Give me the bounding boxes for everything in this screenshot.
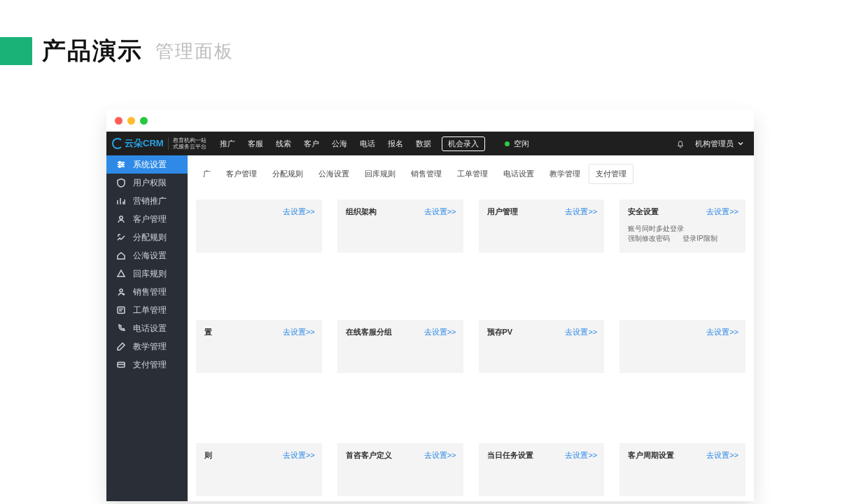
app-header: 云朵CRM 教育机构一站式服务云平台 推广 客服 线索 客户 公海 电话 报名 …: [106, 132, 754, 155]
sidebar-item[interactable]: 支付管理: [106, 356, 188, 374]
sidebar: 系统设置用户权限营销推广客户管理分配规则公海设置回库规则销售管理工单管理电话设置…: [106, 155, 188, 501]
phone-icon: [116, 323, 126, 333]
sidebar-item[interactable]: 分配规则: [106, 228, 188, 246]
tab[interactable]: 电话设置: [496, 164, 541, 184]
nav-item[interactable]: 客户: [298, 139, 326, 149]
settings-card: 预存PV去设置>>: [479, 320, 605, 373]
sidebar-item-label: 教学管理: [133, 341, 167, 353]
sidebar-item-label: 公海设置: [133, 250, 167, 262]
go-settings-link[interactable]: 去设置>>: [706, 450, 738, 461]
go-settings-link[interactable]: 去设置>>: [706, 327, 738, 337]
page-title-row: 产品演示 管理面板: [0, 34, 234, 69]
tab[interactable]: 教学管理: [542, 164, 587, 184]
window-chrome: [106, 109, 754, 132]
tab[interactable]: 客户管理: [219, 164, 264, 184]
go-settings-link[interactable]: 去设置>>: [424, 206, 456, 217]
sidebar-item-label: 用户权限: [133, 177, 167, 189]
brand-logo[interactable]: 云朵CRM 教育机构一站式服务云平台: [106, 137, 214, 150]
page-title: 产品演示: [42, 35, 143, 67]
sidebar-item[interactable]: 销售管理: [106, 283, 188, 301]
sidebar-item[interactable]: 电话设置: [106, 319, 188, 337]
sidebar-item[interactable]: 客户管理: [106, 210, 188, 228]
sidebar-item[interactable]: 系统设置: [106, 155, 188, 174]
sidebar-item[interactable]: 用户权限: [106, 174, 188, 192]
shield-icon: [116, 178, 126, 188]
chevron-down-icon: [737, 140, 744, 147]
card-sub-items: 账号同时多处登录强制修改密码登录IP限制: [628, 224, 737, 244]
go-settings-link[interactable]: 去设置>>: [424, 450, 456, 461]
tab[interactable]: 工单管理: [450, 164, 495, 184]
go-settings-link[interactable]: 去设置>>: [283, 206, 315, 217]
card-sub-item: 强制修改密码: [628, 234, 670, 244]
nav-item[interactable]: 线索: [270, 139, 298, 149]
pen-icon: [116, 342, 126, 351]
brand-tagline: 教育机构一站式服务云平台: [168, 137, 206, 150]
settings-icon: [116, 160, 126, 169]
tab[interactable]: 支付管理: [589, 164, 634, 184]
close-icon[interactable]: [115, 117, 122, 125]
accent-bar: [0, 37, 32, 65]
sidebar-item[interactable]: 回库规则: [106, 265, 188, 283]
status-dot-icon: [505, 141, 510, 146]
go-settings-link[interactable]: 去设置>>: [565, 327, 597, 337]
nav-item[interactable]: 数据: [410, 139, 438, 149]
settings-card: 在线客服分组去设置>>: [337, 320, 463, 373]
main-panel: 广客户管理分配规则公海设置回库规则销售管理工单管理电话设置教学管理支付管理 去设…: [188, 155, 754, 501]
tab[interactable]: 回库规则: [358, 164, 402, 184]
sidebar-item-label: 支付管理: [133, 359, 167, 371]
sidebar-item[interactable]: 工单管理: [106, 301, 188, 319]
sidebar-item[interactable]: 教学管理: [106, 337, 188, 356]
card-sub-item: 账号同时多处登录: [628, 224, 684, 234]
minimize-icon[interactable]: [127, 117, 135, 125]
status-indicator[interactable]: 空闲: [505, 139, 529, 149]
nav-item[interactable]: 客服: [241, 139, 270, 149]
status-label: 空闲: [514, 139, 529, 149]
tab[interactable]: 公海设置: [312, 164, 356, 184]
settings-card: 则去设置>>: [196, 443, 322, 496]
settings-card: 置去设置>>: [196, 320, 322, 373]
tab[interactable]: 销售管理: [404, 164, 449, 184]
sidebar-item-label: 回库规则: [133, 268, 167, 280]
sidebar-item[interactable]: 营销推广: [106, 192, 188, 210]
sidebar-item-label: 销售管理: [133, 286, 167, 298]
card-icon: [116, 360, 126, 370]
maximize-icon[interactable]: [140, 117, 148, 125]
bell-icon[interactable]: [676, 138, 685, 149]
sales-icon: [116, 287, 126, 297]
nav-item[interactable]: 电话: [354, 139, 382, 149]
user-menu[interactable]: 机构管理员: [695, 139, 744, 149]
settings-card: 组织架构去设置>>: [337, 200, 463, 253]
tab[interactable]: 分配规则: [265, 164, 310, 184]
app-window: 云朵CRM 教育机构一站式服务云平台 推广 客服 线索 客户 公海 电话 报名 …: [106, 109, 754, 501]
tab-bar: 广客户管理分配规则公海设置回库规则销售管理工单管理电话设置教学管理支付管理: [188, 155, 754, 188]
person-icon: [116, 214, 126, 224]
settings-card: 用户管理去设置>>: [479, 200, 605, 253]
sidebar-item-label: 客户管理: [133, 214, 167, 225]
go-settings-link[interactable]: 去设置>>: [424, 327, 456, 337]
go-settings-link[interactable]: 去设置>>: [565, 450, 597, 461]
card-row-3: 则去设置>>首咨客户定义去设置>>当日任务设置去设置>>客户周期设置去设置>>: [188, 439, 754, 500]
record-button[interactable]: 机会录入: [442, 136, 485, 151]
settings-card: 当日任务设置去设置>>: [479, 443, 605, 496]
go-settings-link[interactable]: 去设置>>: [283, 450, 315, 461]
sidebar-item[interactable]: 公海设置: [106, 246, 188, 265]
top-nav: 推广 客服 线索 客户 公海 电话 报名 数据 机会录入: [214, 136, 485, 151]
card-row-2: 置去设置>>在线客服分组去设置>>预存PV去设置>>去设置>>: [188, 316, 754, 377]
tab[interactable]: 广: [196, 164, 218, 184]
settings-card: 首咨客户定义去设置>>: [337, 443, 463, 496]
triangle-icon: [116, 269, 126, 279]
settings-card: 安全设置去设置>>账号同时多处登录强制修改密码登录IP限制: [620, 200, 746, 253]
go-settings-link[interactable]: 去设置>>: [283, 327, 315, 337]
settings-card: 去设置>>: [196, 200, 322, 253]
rule-icon: [116, 232, 126, 242]
cloud-icon: [112, 138, 123, 149]
nav-item[interactable]: 报名: [382, 139, 410, 149]
settings-card: 客户周期设置去设置>>: [620, 443, 746, 496]
nav-item[interactable]: 公海: [326, 139, 354, 149]
go-settings-link[interactable]: 去设置>>: [565, 206, 597, 217]
nav-item[interactable]: 推广: [214, 139, 241, 149]
sidebar-item-label: 工单管理: [133, 304, 167, 316]
svg-point-4: [120, 289, 122, 292]
sidebar-item-label: 系统设置: [133, 159, 167, 171]
go-settings-link[interactable]: 去设置>>: [706, 206, 738, 217]
